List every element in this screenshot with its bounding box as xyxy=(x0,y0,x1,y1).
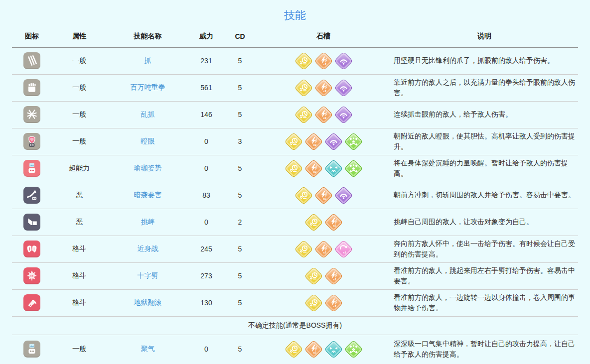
skill-name-link[interactable]: 十字劈 xyxy=(138,271,158,279)
meditate-icon xyxy=(23,160,40,177)
svg-text:x2: x2 xyxy=(313,170,316,173)
broadburst-stone-icon xyxy=(334,186,353,205)
svg-text:x2: x2 xyxy=(313,143,316,146)
skill-name-link[interactable]: 抓 xyxy=(145,56,151,64)
attack-x2-stone-icon: x2 xyxy=(324,294,343,312)
skill-name-link[interactable]: 暗袭要害 xyxy=(134,191,162,199)
skill-stones: x2 xyxy=(256,213,391,232)
table-row: 恶 暗袭要害 83 5 x2 朝前方冲刺，切斩周围的敌人并给予伤害。容易击中要害… xyxy=(12,182,578,209)
table-row: 格斗 地狱翻滚 130 5 x2 看准前方的敌人，一边旋转一边以身体撞击，卷入周… xyxy=(12,290,578,317)
skill-description: 朝前方冲刺，切斩周围的敌人并给予伤害。容易击中要害。 xyxy=(391,190,578,201)
attack-x2-stone-icon: x2 xyxy=(324,267,343,285)
attack-x1-stone-icon: x1 xyxy=(334,240,353,258)
skill-power: 130 xyxy=(189,299,224,307)
scatter-stone-icon xyxy=(344,340,363,359)
skill-stones: x2 xyxy=(256,79,391,97)
skill-cd: 2 xyxy=(224,218,256,226)
attack-x2-stone-icon: x2 xyxy=(314,186,333,205)
svg-text:x2: x2 xyxy=(333,304,336,308)
table-row: 格斗 十字劈 273 5 x2 看准前方的敌人，跳起来用左右手劈打给予伤害。容易… xyxy=(12,263,578,290)
skill-type: 一般 xyxy=(52,345,107,354)
skill-description: 看准前方的敌人，一边旋转一边以身体撞击，卷入周围的事物并给予伤害。 xyxy=(391,292,578,314)
table-row: 格斗 近身战 245 5 x2x1 奔向前方敌人怀中，使出一击给予伤害。有时候会… xyxy=(12,236,578,263)
table-row: 一般 抓 231 5 x2 用坚硬且无比锋利的爪子，抓眼前的敌人给予伤害。 xyxy=(12,48,578,75)
svg-text:x2: x2 xyxy=(323,250,326,254)
table-row: 超能力 瑜珈姿势 0 5 x2 将在身体深处沉睡的力量唤醒。暂时让给予敌人的伤害… xyxy=(12,155,578,182)
skill-stones: x2 xyxy=(256,267,391,285)
skill-power: 0 xyxy=(189,345,224,353)
skill-name-link[interactable]: 地狱翻滚 xyxy=(134,298,162,306)
skill-power: 0 xyxy=(189,164,224,172)
skill-name-link[interactable]: 聚气 xyxy=(141,345,155,353)
svg-text:x2: x2 xyxy=(333,224,336,227)
skill-stones: x2 xyxy=(256,340,391,359)
night-slash-icon xyxy=(23,187,40,204)
svg-text:x2: x2 xyxy=(333,277,336,281)
skill-power: 231 xyxy=(189,57,224,65)
fury-swipes-icon xyxy=(23,106,40,123)
svg-text:x2: x2 xyxy=(323,197,326,200)
svg-text:x2: x2 xyxy=(323,116,326,120)
scatter-stone-icon xyxy=(344,159,363,178)
svg-text:x2: x2 xyxy=(323,62,326,66)
skill-name-link[interactable]: 近身战 xyxy=(138,244,158,252)
skill-stones: x2x1 xyxy=(256,240,391,258)
attack-x2-stone-icon: x2 xyxy=(314,240,333,258)
table-header-row: 图标 属性 技能名称 威力 CD 石槽 说明 xyxy=(12,27,578,48)
header-desc: 说明 xyxy=(391,31,578,42)
skill-name-link[interactable]: 挑衅 xyxy=(141,218,155,226)
cross-chop-icon xyxy=(23,267,40,284)
skill-stones: x2 xyxy=(256,52,391,70)
uncertain-skills-separator: 不确定技能(通常是BOSS拥有) xyxy=(12,317,578,335)
wait-less-stone-icon xyxy=(295,186,313,205)
broadburst-stone-icon xyxy=(334,106,353,124)
wait-less-stone-icon xyxy=(304,213,323,232)
skill-description: 奔向前方敌人怀中，使出一击给予伤害。有时候会让自己受到的伤害提高。 xyxy=(391,239,578,260)
svg-text:x1: x1 xyxy=(343,250,346,253)
wait-less-stone-icon xyxy=(304,294,323,312)
broadburst-stone-icon xyxy=(334,52,353,70)
focus-energy-icon xyxy=(23,341,40,358)
skill-cd: 5 xyxy=(224,57,256,65)
wait-less-stone-icon xyxy=(285,132,303,151)
broadburst-stone-icon xyxy=(324,132,343,151)
attack-x2-stone-icon: x2 xyxy=(314,106,333,124)
skill-description: 用坚硬且无比锋利的爪子，抓眼前的敌人给予伤害。 xyxy=(391,55,578,66)
skill-cd: 3 xyxy=(224,137,256,145)
skill-cd: 5 xyxy=(224,84,256,92)
skill-type: 恶 xyxy=(52,191,107,200)
pull-in-stone-icon xyxy=(324,159,343,178)
skill-name-link[interactable]: 乱抓 xyxy=(141,110,155,118)
header-name: 技能名称 xyxy=(107,32,189,41)
table-row: 恶 挑衅 0 2 x2 挑衅自己周围的敌人，让攻击对象变为自己。 xyxy=(12,209,578,236)
skill-stones: x2 xyxy=(256,294,391,312)
header-power: 威力 xyxy=(189,32,224,41)
wait-less-stone-icon xyxy=(295,106,313,124)
skill-type: 格斗 xyxy=(52,298,107,307)
skill-description: 看准前方的敌人，跳起来用左右手劈打给予伤害。容易击中要害。 xyxy=(391,265,578,287)
skill-cd: 5 xyxy=(224,111,256,119)
skill-cd: 5 xyxy=(224,164,256,172)
skill-name-link[interactable]: 百万吨重拳 xyxy=(131,83,165,91)
table-row: 一般 瞪眼 0 3 x2 朝附近的敌人瞪眼，使其胆怯。高机率让敌人受到的伤害提升… xyxy=(12,128,578,155)
skill-name-link[interactable]: 瞪眼 xyxy=(141,137,155,145)
skill-power: 0 xyxy=(189,137,224,145)
taunt-icon xyxy=(23,214,40,231)
skill-name-link[interactable]: 瑜珈姿势 xyxy=(134,164,162,172)
close-combat-icon xyxy=(23,241,40,257)
skill-power: 83 xyxy=(189,191,224,199)
submission-icon xyxy=(23,294,40,311)
mega-punch-icon xyxy=(23,79,40,96)
header-cd: CD xyxy=(224,32,256,40)
skill-stones: x2 xyxy=(256,186,391,205)
skill-description: 将在身体深处沉睡的力量唤醒。暂时让给予敌人的伤害提高。 xyxy=(391,158,578,179)
skill-cd: 5 xyxy=(224,299,256,307)
skill-stones: x2 xyxy=(256,159,391,178)
wait-less-stone-icon xyxy=(285,340,303,359)
wait-less-stone-icon xyxy=(304,267,323,285)
skill-table-body: 一般 抓 231 5 x2 用坚硬且无比锋利的爪子，抓眼前的敌人给予伤害。 一般… xyxy=(12,48,578,364)
skill-type: 超能力 xyxy=(52,164,107,173)
attack-x2-stone-icon: x2 xyxy=(324,213,343,232)
attack-x2-stone-icon: x2 xyxy=(314,79,333,97)
table-row: 一般 聚气 0 5 x2 深深吸一口气集中精神，暂时让自己的攻击力提高，让自己给… xyxy=(12,335,578,364)
